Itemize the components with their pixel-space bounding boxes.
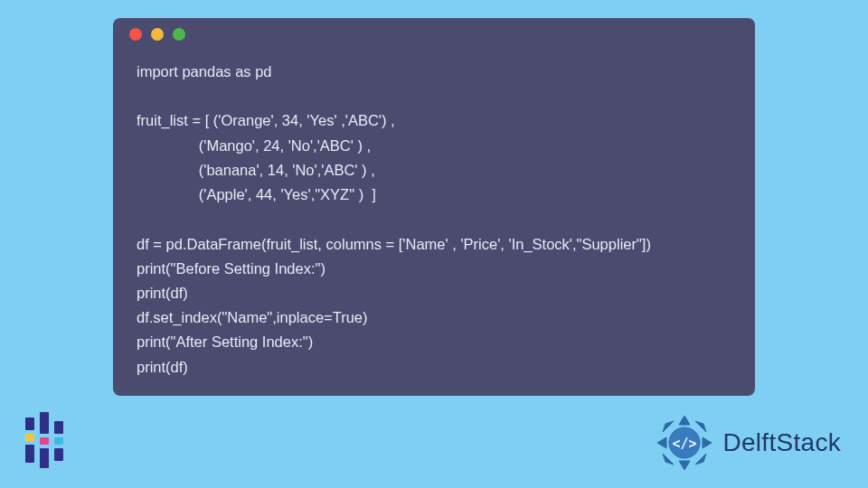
svg-text:</>: </> <box>673 436 697 452</box>
maximize-icon <box>173 28 185 41</box>
publisher-logo-icon <box>25 412 76 468</box>
window-titlebar <box>113 18 755 51</box>
brand-name: DelftStack <box>722 428 841 457</box>
brand-badge-icon: </> <box>656 414 713 472</box>
minimize-icon <box>151 28 164 41</box>
brand-block: </> DelftStack <box>656 414 841 472</box>
close-icon <box>129 28 142 41</box>
code-body: import pandas as pd fruit_list = [ ('Ora… <box>113 51 755 380</box>
code-window: import pandas as pd fruit_list = [ ('Ora… <box>113 18 755 396</box>
